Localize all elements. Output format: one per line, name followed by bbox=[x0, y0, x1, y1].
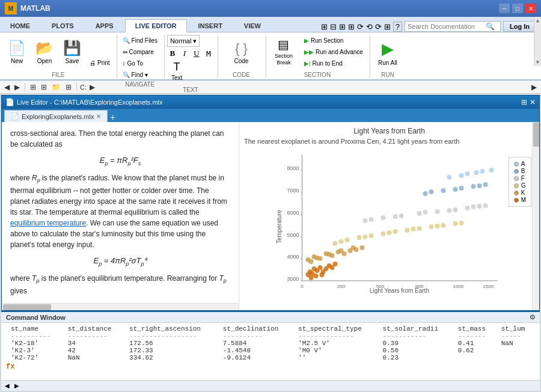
find-button[interactable]: 🔍 Find ▾ bbox=[120, 69, 160, 80]
svg-point-80 bbox=[471, 204, 476, 209]
login-button[interactable]: Log In bbox=[503, 21, 536, 32]
text-group-label: TEXT bbox=[167, 85, 214, 93]
toolbar-btn-3[interactable]: 📁 bbox=[50, 82, 63, 92]
toolbar-back[interactable]: ◀ bbox=[2, 82, 11, 92]
ribbon-group-text: Normal ▾ B I U M T Text TEXT bbox=[165, 35, 218, 78]
toolbar-arrow-right[interactable]: ▶ bbox=[530, 82, 539, 92]
icon-8: ⊞ bbox=[384, 22, 391, 31]
new-icon: 📄 bbox=[8, 40, 26, 57]
find-icon: 🔍 bbox=[123, 72, 130, 78]
toolbar-btn-1[interactable]: ⊞ bbox=[28, 82, 38, 92]
toolbar-btn-5[interactable]: ▶ bbox=[88, 82, 97, 92]
ribbon-group-file: 📄 New 📂 Open 💾 Save 🖨 Print bbox=[1, 35, 117, 78]
svg-text:5000: 5000 bbox=[287, 232, 299, 238]
legend-dot-k bbox=[514, 191, 519, 195]
svg-point-84 bbox=[459, 186, 464, 191]
svg-point-95 bbox=[474, 170, 479, 175]
tab-add-btn[interactable]: + bbox=[108, 112, 117, 122]
run-end-button[interactable]: ▶| Run to End bbox=[301, 58, 366, 69]
find-files-button[interactable]: 🔍 Find Files bbox=[120, 35, 160, 46]
run-section-label: Run Section bbox=[311, 37, 343, 44]
tab-insert[interactable]: INSERT bbox=[188, 19, 233, 32]
link-equilibrium[interactable]: equilibrium temperature bbox=[10, 219, 86, 227]
tab-view[interactable]: VIEW bbox=[234, 19, 271, 32]
text-label: Text bbox=[171, 75, 182, 81]
italic-button[interactable]: I bbox=[179, 48, 190, 59]
help-icon: ? bbox=[393, 22, 402, 32]
run-section-button[interactable]: ▶ Run Section bbox=[301, 35, 366, 46]
file-group-label: FILE bbox=[4, 70, 113, 78]
text-icon: T bbox=[174, 61, 180, 73]
toolbar-forward[interactable]: ▶ bbox=[13, 82, 22, 92]
svg-text:1500: 1500 bbox=[483, 284, 494, 289]
search-icon: 🔍 bbox=[486, 22, 495, 31]
search-input[interactable] bbox=[408, 23, 486, 30]
svg-point-51 bbox=[333, 241, 338, 246]
svg-text:500: 500 bbox=[376, 284, 385, 289]
code-buttons: { } Code bbox=[221, 35, 262, 70]
go-to-button[interactable]: ↕ Go To bbox=[120, 58, 160, 69]
window-controls: ─ □ ✕ bbox=[499, 4, 536, 13]
col-st-name: st_name bbox=[6, 325, 63, 332]
cmd-header-row: st_name st_distance st_right_ascension s… bbox=[6, 325, 535, 332]
run-all-button[interactable]: ▶ Run All bbox=[374, 36, 402, 70]
ribbon-scroll-down[interactable]: ▼ bbox=[536, 60, 540, 65]
sep-1: ---------- bbox=[6, 332, 63, 340]
matlab-logo: M bbox=[5, 2, 17, 14]
main-content: 📄 Live Editor - C:\MATLAB\ExploringExopl… bbox=[0, 94, 541, 392]
editor-close-btn[interactable]: ✕ bbox=[530, 98, 536, 106]
svg-point-47 bbox=[315, 256, 320, 260]
underline-button[interactable]: U bbox=[191, 48, 202, 59]
cmd-input[interactable] bbox=[17, 363, 535, 370]
style-dropdown[interactable]: Normal ▾ bbox=[167, 35, 200, 47]
new-button[interactable]: 📄 New bbox=[4, 35, 30, 69]
row0-lum: NaN bbox=[497, 340, 535, 347]
tab-live-editor[interactable]: LIVE EDITOR bbox=[125, 19, 187, 32]
col-st-declination: st_declination bbox=[218, 325, 293, 332]
text-button[interactable]: T Text bbox=[167, 59, 186, 83]
col-st-mass: st_mass bbox=[453, 325, 497, 332]
app-title: MATLAB bbox=[20, 4, 499, 13]
command-window-icon[interactable]: ⊙ bbox=[530, 313, 535, 321]
tab-plots[interactable]: PLOTS bbox=[41, 19, 84, 32]
bold-button[interactable]: B bbox=[167, 48, 178, 59]
editor-area: 📄 Live Editor - C:\MATLAB\ExploringExopl… bbox=[1, 95, 540, 311]
editor-content: cross-sectional area. Then the total ene… bbox=[2, 122, 539, 310]
run-advance-button[interactable]: ▶▶ Run and Advance bbox=[301, 46, 366, 57]
save-button[interactable]: 💾 Save bbox=[59, 35, 85, 69]
ribbon-scroll-up[interactable]: ▲ bbox=[536, 18, 540, 23]
app-window: M MATLAB ─ □ ✕ HOME PLOTS APPS LIVE EDIT… bbox=[0, 0, 541, 392]
svg-point-72 bbox=[435, 209, 440, 214]
row2-ra: 334.62 bbox=[124, 354, 218, 361]
minimize-button[interactable]: ─ bbox=[499, 4, 510, 13]
status-scroll-right[interactable]: ▶ bbox=[14, 382, 19, 389]
svg-point-55 bbox=[381, 231, 386, 236]
tab-home[interactable]: HOME bbox=[0, 19, 40, 32]
ribbon-group-run: ▶ Run All RUN bbox=[370, 35, 406, 78]
svg-point-65 bbox=[411, 227, 416, 231]
run-end-icon: ▶| bbox=[304, 60, 311, 67]
ribbon-tab-bar: HOME PLOTS APPS LIVE EDITOR INSERT VIEW … bbox=[0, 17, 541, 32]
print-button[interactable]: 🖨 Print bbox=[87, 57, 113, 68]
section-break-button[interactable]: ▤ SectionBreak bbox=[269, 35, 299, 69]
svg-point-50 bbox=[351, 245, 356, 250]
svg-point-59 bbox=[429, 224, 434, 229]
mono-button[interactable]: M bbox=[203, 48, 214, 59]
open-button[interactable]: 📂 Open bbox=[31, 35, 58, 69]
close-button[interactable]: ✕ bbox=[525, 4, 536, 13]
code-button[interactable]: { } Code bbox=[229, 36, 253, 70]
editor-right-scrollbar[interactable] bbox=[532, 122, 539, 310]
status-scroll-left[interactable]: ◀ bbox=[5, 382, 10, 389]
toolbar-btn-2[interactable]: ⊞ bbox=[39, 82, 49, 92]
editor-maximize-btn[interactable]: ⊞ bbox=[521, 98, 527, 106]
tab-apps[interactable]: APPS bbox=[85, 19, 124, 32]
editor-h-scrollbar[interactable] bbox=[2, 303, 239, 310]
run-advance-icon: ▶▶ bbox=[304, 49, 314, 55]
toolbar-btn-4[interactable]: ⊞ bbox=[64, 82, 73, 92]
tab-close-btn[interactable]: ✕ bbox=[96, 113, 101, 120]
file-tab[interactable]: 📄 ExploringExoplanets.mlx ✕ bbox=[4, 110, 108, 122]
legend-dot-m bbox=[514, 198, 519, 203]
maximize-button[interactable]: □ bbox=[512, 4, 523, 13]
compare-button[interactable]: ⇔ Compare bbox=[120, 46, 160, 57]
h-scroll-thumb bbox=[3, 304, 51, 310]
